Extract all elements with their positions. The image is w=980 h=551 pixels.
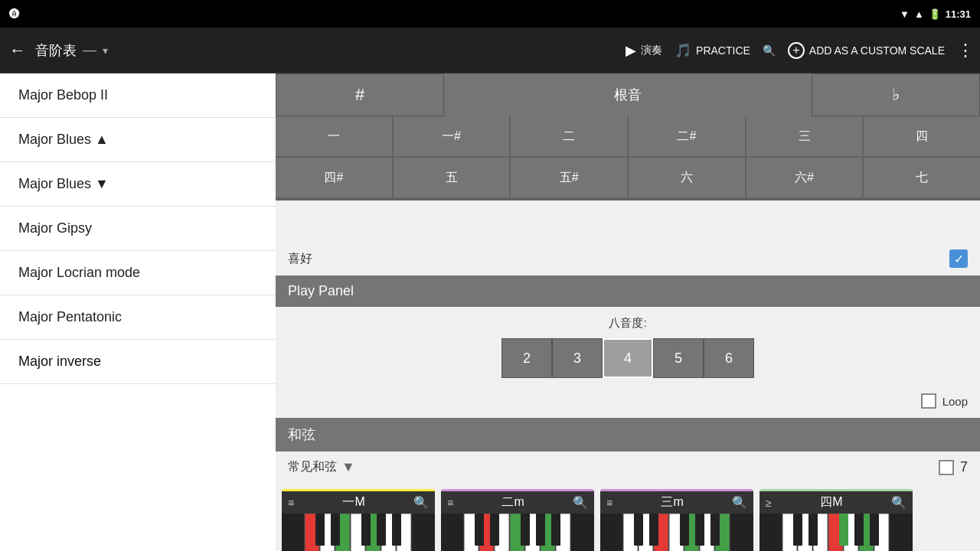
- svg-rect-34: [695, 514, 704, 546]
- chord-card-4: ≥ 四M 🔍: [760, 489, 913, 551]
- svg-rect-45: [839, 514, 848, 546]
- chord-card-4-name: 四M: [820, 494, 842, 510]
- note-btn-er-sharp[interactable]: 二#: [629, 116, 745, 156]
- piano-svg-1: [282, 514, 435, 551]
- sharp-button[interactable]: #: [276, 73, 444, 116]
- chord-card-1: ≡ 一M 🔍: [282, 489, 435, 551]
- loop-label: Loop: [942, 395, 968, 408]
- octave-btn-5[interactable]: 5: [653, 338, 704, 378]
- time: 11:31: [946, 8, 971, 20]
- chord-section: 和弦 常见和弦 ▼ 7: [276, 418, 980, 551]
- back-button[interactable]: ←: [6, 37, 29, 64]
- play-label: 演奏: [641, 44, 662, 57]
- chord-card-4-search[interactable]: 🔍: [891, 495, 906, 510]
- note-btn-liu-sharp[interactable]: 六#: [746, 158, 863, 197]
- chord-select-label: 常见和弦: [288, 459, 337, 475]
- right-panel: # 根音 ♭ 一 一# 二 二# 三 四 四#: [276, 73, 980, 551]
- action-bar: ← 音阶表 — ▾ ▶ 演奏 🎵 PRACTICE 🔍 + ADD AS A C…: [0, 28, 980, 73]
- flat-label: ♭: [892, 85, 900, 105]
- chord-card-1-header: ≡ 一M 🔍: [282, 491, 435, 514]
- chord-card-3-piano: [600, 514, 753, 551]
- sidebar-item-major-inverse[interactable]: Major inverse: [0, 340, 276, 384]
- practice-button[interactable]: 🎵 PRACTICE: [675, 42, 750, 59]
- chord-card-3-header: ≡ 三m 🔍: [600, 491, 753, 514]
- action-bar-left: ← 音阶表 — ▾: [6, 37, 108, 64]
- svg-rect-22: [536, 514, 545, 546]
- note-btn-qi[interactable]: 七: [864, 158, 980, 197]
- note-btn-si[interactable]: 四: [864, 116, 980, 156]
- add-icon: +: [788, 42, 805, 59]
- loop-checkbox[interactable]: [921, 393, 936, 409]
- chord-card-4-icon: ≥: [766, 497, 772, 509]
- play-button[interactable]: ▶ 演奏: [626, 42, 662, 59]
- octave-btn-6[interactable]: 6: [704, 338, 754, 378]
- note-btn-yi[interactable]: 一: [276, 116, 392, 156]
- chord-header: 和弦: [276, 418, 980, 452]
- sidebar-item-label: Major inverse: [18, 354, 101, 369]
- main-layout: Major Bebop II Major Blues ▲ Major Blues…: [0, 73, 980, 551]
- note-row-1: 一 一# 二 二# 三 四: [276, 116, 980, 156]
- page-title: 音阶表: [35, 41, 77, 60]
- sidebar-item-major-gipsy[interactable]: Major Gipsy: [0, 207, 276, 251]
- sidebar: Major Bebop II Major Blues ▲ Major Blues…: [0, 73, 276, 551]
- play-panel-title: Play Panel: [288, 283, 354, 298]
- note-btn-er[interactable]: 二: [511, 116, 627, 156]
- practice-label: PRACTICE: [696, 44, 750, 57]
- more-button[interactable]: ⋮: [957, 41, 974, 60]
- flat-button[interactable]: ♭: [812, 73, 980, 116]
- favorite-row: 喜好 ✓: [276, 242, 980, 276]
- chord-card-1-search[interactable]: 🔍: [413, 495, 429, 510]
- svg-rect-10: [377, 514, 386, 546]
- octave-btn-3[interactable]: 3: [552, 338, 603, 378]
- note-btn-wu[interactable]: 五: [394, 158, 510, 197]
- add-custom-button[interactable]: + ADD AS A CUSTOM SCALE: [788, 42, 945, 59]
- note-btn-yi-sharp[interactable]: 一#: [394, 116, 510, 156]
- content-area: 喜好 ✓ Play Panel 八音度: 2 3 4 5 6: [276, 242, 980, 551]
- sidebar-item-label: Major Gipsy: [18, 220, 92, 236]
- chord-card-4-header: ≥ 四M 🔍: [760, 491, 913, 514]
- favorite-checkbox[interactable]: ✓: [949, 249, 968, 268]
- dropdown-overlay: # 根音 ♭ 一 一# 二 二# 三 四 四#: [276, 73, 980, 201]
- svg-rect-33: [680, 514, 689, 546]
- note-rows: 一 一# 二 二# 三 四 四# 五 五# 六 六# 七: [276, 116, 980, 197]
- svg-rect-11: [392, 514, 401, 546]
- root-row: # 根音 ♭: [276, 73, 980, 116]
- title-dropdown[interactable]: ▾: [103, 44, 108, 57]
- octave-btn-4[interactable]: 4: [603, 338, 653, 378]
- piano-svg-2: [441, 514, 594, 551]
- chord-card-3-search[interactable]: 🔍: [732, 495, 747, 510]
- sidebar-item-label: Major Bebop II: [18, 87, 108, 103]
- chord-card-1-piano: [282, 514, 435, 551]
- chord-select[interactable]: 常见和弦 ▼: [288, 459, 355, 475]
- chord-card-3: ≡ 三m 🔍: [600, 489, 753, 551]
- play-panel-header: Play Panel: [276, 276, 980, 307]
- add-custom-label: ADD AS A CUSTOM SCALE: [809, 44, 945, 57]
- note-btn-wu-sharp[interactable]: 五#: [511, 158, 627, 197]
- octave-btn-2[interactable]: 2: [501, 338, 552, 378]
- chord-count-checkbox[interactable]: [939, 460, 954, 475]
- root-label[interactable]: 根音: [444, 73, 812, 116]
- sidebar-item-major-pentatonic[interactable]: Major Pentatonic: [0, 295, 276, 340]
- sidebar-item-major-blues-down[interactable]: Major Blues ▼: [0, 162, 276, 207]
- chord-title: 和弦: [288, 427, 315, 442]
- sidebar-item-major-locrian[interactable]: Major Locrian mode: [0, 251, 276, 295]
- svg-rect-19: [475, 514, 484, 546]
- chord-card-2-search[interactable]: 🔍: [573, 495, 588, 510]
- more-icon: ⋮: [957, 41, 974, 60]
- chord-card-2: ≡ 二m 🔍: [441, 489, 594, 551]
- battery-icon: 🔋: [929, 8, 941, 20]
- sidebar-item-major-blues-up[interactable]: Major Blues ▲: [0, 118, 276, 162]
- svg-rect-35: [710, 514, 720, 546]
- note-btn-liu[interactable]: 六: [629, 158, 745, 197]
- svg-rect-32: [649, 514, 658, 546]
- octave-buttons: 2 3 4 5 6: [288, 338, 968, 378]
- search-button[interactable]: 🔍: [763, 44, 776, 57]
- note-btn-si-sharp[interactable]: 四#: [276, 158, 392, 197]
- svg-rect-23: [551, 514, 560, 546]
- svg-rect-31: [634, 514, 643, 546]
- sidebar-item-label: Major Blues ▲: [18, 132, 109, 147]
- sidebar-item-major-bebop-ii[interactable]: Major Bebop II: [0, 73, 276, 118]
- status-bar-right: ▼ ▲ 🔋 11:31: [900, 8, 971, 20]
- note-btn-san[interactable]: 三: [746, 116, 863, 156]
- chord-count-row: 7: [939, 459, 968, 475]
